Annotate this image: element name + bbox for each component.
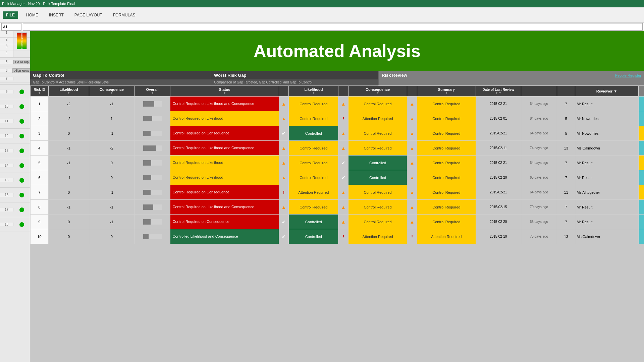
excel-title: Risk Manager - Nov 20 - Risk Template Fi… (2, 2, 75, 6)
status-circle-row-10 (19, 222, 24, 227)
gap-to-control-subtext: Gap To Control = Acceptable Level - Resi… (30, 79, 211, 85)
cell-right-accent-9 (638, 215, 644, 229)
cell-summary-9: Control Required (417, 215, 476, 229)
cell-wc-4: Control Required (348, 141, 407, 156)
excel-ribbon: FILE HOME INSERT PAGE LAYOUT FORMULAS (0, 7, 644, 23)
left-row-12: 12 (0, 129, 30, 143)
cell-reviewer-3: Mr Noworries (575, 126, 639, 141)
cell-status-8: Control Required on Likelihood and Conse… (170, 200, 279, 215)
left-row-numbers: 9 10 11 12 13 14 15 16 (0, 84, 30, 232)
exclaim-icon: ! (342, 116, 344, 121)
cell-wc-6: Controlled (348, 170, 407, 185)
cell-revnum-6: 7 (557, 170, 575, 185)
cell-wl-icon-3: ✔ (279, 126, 289, 141)
column-headers: Risk ID ▼ Likelihood ▼ Consequence ▼ O (31, 86, 644, 97)
row-num-5: 5 (0, 60, 13, 64)
name-box[interactable]: A1 (1, 23, 21, 31)
th-status: Status ▼ (170, 86, 279, 97)
cell-revnum-4: 13 (557, 141, 575, 156)
cell-wl-9: Controlled (289, 215, 338, 229)
cell-summary-3: Control Required (417, 126, 476, 141)
formula-bar: A1 (0, 23, 644, 31)
th-likelihood: Likelihood ▼ (48, 86, 89, 97)
formulas-tab[interactable]: FORMULAS (110, 11, 138, 19)
gap-to-control-section: Gap To Control Gap To Control = Acceptab… (30, 71, 211, 85)
cell-days-6: 65 days ago (521, 170, 557, 185)
cell-revnum-1: 7 (557, 97, 575, 111)
cell-wc-icon-6: ✔ (338, 170, 348, 185)
th-icon-1 (279, 86, 289, 97)
triangle-icon: ▲ (281, 116, 286, 121)
row-num-13: 13 (0, 149, 13, 153)
data-table-wrapper[interactable]: Risk ID ▼ Likelihood ▼ Consequence ▼ O (30, 85, 644, 362)
cell-sum-icon-5: ▲ (407, 156, 417, 170)
status-circle-row-4 (19, 134, 24, 138)
cell-likelihood-5: -1 (48, 156, 89, 170)
cell-summary-10: Attention Required (417, 229, 476, 244)
th-w-consequence: Consequence ▼ (348, 86, 407, 97)
cell-sum-icon-10: ! (407, 229, 417, 244)
cell-wc-icon-7: ▲ (338, 185, 348, 200)
status-circle-row-2 (19, 104, 24, 109)
page-layout-tab[interactable]: PAGE LAYOUT (72, 11, 105, 19)
cell-overall-5 (134, 156, 170, 170)
triangle-icon: ▲ (281, 101, 286, 107)
cell-reviewer-4: Ms Calmdown (575, 141, 639, 156)
th-date-review: Date of Last Review ▼ ▼ (476, 86, 521, 97)
triangle-icon: ▲ (281, 204, 286, 210)
cell-consequence-10: 0 (89, 229, 135, 244)
row-num-9: 9 (0, 90, 13, 94)
left-row-11: 11 (0, 114, 30, 129)
cell-status-2: Control Required on Likelihood (170, 111, 279, 126)
cell-days-8: 70 days ago (521, 200, 557, 215)
triangle-icon: ▲ (281, 160, 286, 166)
cell-consequence-2: 1 (89, 111, 135, 126)
table-row: 7 0 -1 Control Required on Consequence !… (31, 185, 644, 200)
cell-wl-8: Control Required (289, 200, 338, 215)
cell-days-5: 64 days ago (521, 156, 557, 170)
cell-wl-4: Control Required (289, 141, 338, 156)
cell-risk-id-9: 9 (31, 215, 49, 229)
cell-date-1: 2015-02-21 (476, 97, 521, 111)
cell-status-4: Control Required on Likelihood and Conse… (170, 141, 279, 156)
row-num-16: 16 (0, 193, 13, 197)
cell-right-accent-3 (638, 126, 644, 141)
cell-status-9: Control Required on Consequence (170, 215, 279, 229)
cell-likelihood-1: -2 (48, 97, 89, 111)
table-row: 10 0 0 Controlled Likelihood and Consequ… (31, 229, 644, 244)
home-tab[interactable]: HOME (23, 11, 41, 19)
people-register-link[interactable]: People Register (615, 73, 641, 77)
cell-wl-icon-2: ▲ (279, 111, 289, 126)
cell-reviewer-1: Mr Result (575, 97, 639, 111)
file-tab[interactable]: FILE (3, 11, 18, 19)
th-consequence: Consequence ▼ (89, 86, 135, 97)
cell-wl-icon-1: ▲ (279, 97, 289, 111)
left-row-10: 10 (0, 99, 30, 114)
row-num-10: 10 (0, 105, 13, 108)
cell-reviewer-9: Mr Result (575, 215, 639, 229)
triangle-icon: ▲ (410, 204, 415, 210)
main-data-table: Risk ID ▼ Likelihood ▼ Consequence ▼ O (30, 85, 644, 244)
insert-tab[interactable]: INSERT (46, 11, 66, 19)
align-rows-button[interactable]: Align Rows (12, 68, 31, 73)
cell-status-7: Control Required on Consequence (170, 185, 279, 200)
cell-right-accent-2 (638, 111, 644, 126)
go-to-top-button[interactable]: Go To Top (13, 60, 31, 64)
section-headers: Gap To Control Gap To Control = Acceptab… (30, 71, 644, 85)
cell-reviewer-8: Mr Result (575, 200, 639, 215)
risk-review-section: Risk Review People Register (379, 71, 644, 85)
cell-consequence-9: -1 (89, 215, 135, 229)
cell-date-7: 2015-02-21 (476, 185, 521, 200)
table-row: 4 -1 -2 Control Required on Likelihood a… (31, 141, 644, 156)
cell-revnum-3: 5 (557, 126, 575, 141)
cell-status-10: Controlled Likelihood and Consequence (170, 229, 279, 244)
cell-revnum-9: 7 (557, 215, 575, 229)
cell-risk-id-2: 2 (31, 111, 49, 126)
triangle-icon: ▲ (341, 204, 346, 210)
formula-input[interactable] (23, 23, 643, 31)
cell-right-accent-7 (638, 185, 644, 200)
excel-titlebar: Risk Manager - Nov 20 - Risk Template Fi… (0, 0, 644, 7)
status-circle-row-1 (19, 89, 24, 94)
cell-date-8: 2015-02-15 (476, 200, 521, 215)
check-icon: ✔ (341, 160, 345, 166)
